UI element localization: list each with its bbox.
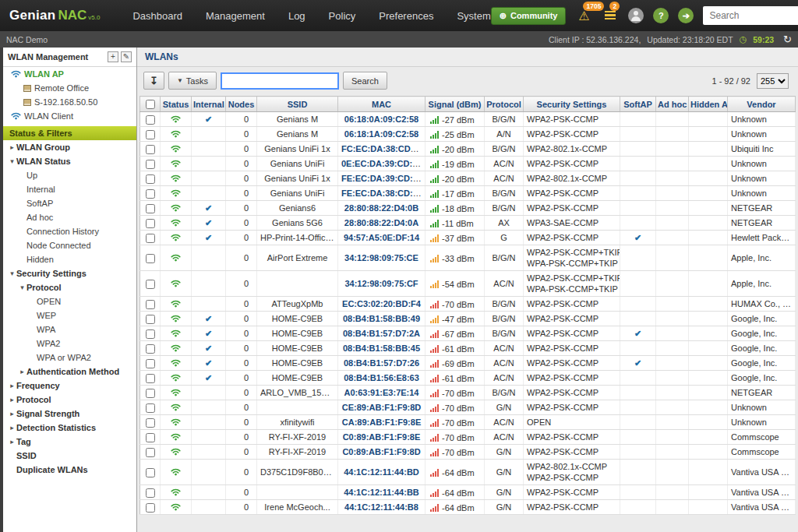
help-button[interactable]: ? (653, 8, 669, 23)
mac-link[interactable]: 28:80:88:22:D4:0A (344, 218, 418, 227)
mac-link[interactable]: 08:B4:B1:58:BB:45 (343, 344, 420, 353)
col-header-security-settings[interactable]: Security Settings (524, 97, 620, 112)
menu-management[interactable]: Management (206, 10, 265, 22)
col-header-ssid[interactable]: SSID (257, 97, 338, 112)
menu-log[interactable]: Log (288, 10, 305, 22)
logout-button[interactable]: ➔ (678, 8, 694, 23)
row-checkbox[interactable] (146, 204, 155, 213)
tasks-button[interactable]: ▼ Tasks (168, 72, 217, 90)
community-button[interactable]: ⊕ Community (491, 7, 567, 25)
filter-security-settings[interactable]: ▾Security Settings (3, 266, 136, 280)
filter-hidden[interactable]: Hidden (3, 252, 136, 266)
filter-wpa[interactable]: WPA (3, 322, 136, 336)
mac-link[interactable]: FC:EC:DA:38:CD:85 (341, 144, 423, 153)
col-header-signal-dbm[interactable]: Signal (dBm) (425, 97, 485, 112)
messages-button[interactable]: 2 (602, 9, 619, 23)
refresh-icon[interactable]: ↻ (783, 33, 792, 45)
row-checkbox[interactable] (146, 344, 155, 354)
row-checkbox[interactable] (146, 254, 155, 263)
row-checkbox[interactable] (146, 389, 155, 398)
mac-link[interactable]: C0:89:AB:F1:F9:8E (343, 432, 421, 442)
filter-node-connected[interactable]: Node Connected (3, 238, 136, 252)
filter-authentication-method[interactable]: ▸Authentication Method (3, 365, 136, 379)
collapse-icon[interactable]: ▾ (18, 284, 26, 291)
col-header-vendor[interactable]: Vendor (728, 97, 796, 112)
filter-open[interactable]: OPEN (3, 294, 136, 308)
row-checkbox[interactable] (146, 300, 155, 309)
table-search-input[interactable] (221, 72, 339, 90)
row-checkbox[interactable] (146, 115, 155, 125)
row-checkbox[interactable] (146, 145, 155, 154)
mac-link[interactable]: 08:B4:B1:57:D7:2A (343, 329, 420, 338)
filter-protocol[interactable]: ▸Protocol (3, 393, 136, 407)
row-checkbox[interactable] (146, 359, 155, 368)
filter-wpa2[interactable]: WPA2 (3, 336, 136, 351)
mac-link[interactable]: FE:EC:DA:38:CD:85 (341, 188, 422, 198)
col-header-ad-hoc[interactable]: Ad hoc (656, 97, 689, 112)
filter-protocol[interactable]: ▾Protocol (3, 280, 136, 294)
mac-link[interactable]: C0:89:AB:F1:F9:8D (342, 447, 420, 456)
filter-ad-hoc[interactable]: Ad hoc (3, 210, 136, 224)
filter-frequency[interactable]: ▸Frequency (3, 379, 136, 393)
col-header-nodes[interactable]: Nodes (226, 97, 257, 112)
row-checkbox[interactable] (146, 403, 155, 413)
filter-softap[interactable]: SoftAP (3, 196, 136, 210)
filter-connection-history[interactable]: Connection History (3, 224, 136, 238)
row-checkbox[interactable] (146, 174, 155, 184)
filter-wlan-status[interactable]: ▾WLAN Status (3, 154, 136, 168)
mac-link[interactable]: EC:C3:02:20:BD:F4 (342, 299, 421, 308)
col-header-softap[interactable]: SoftAP (620, 97, 656, 112)
global-search-input[interactable] (709, 10, 798, 21)
row-checkbox[interactable] (146, 374, 155, 383)
mac-link[interactable]: 34:12:98:09:75:CE (344, 253, 418, 262)
col-header-internal[interactable]: Internal (192, 97, 226, 112)
row-checkbox[interactable] (146, 468, 155, 477)
row-checkbox[interactable] (146, 418, 155, 428)
row-checkbox[interactable] (146, 130, 155, 139)
filter-internal[interactable]: Internal (3, 182, 136, 196)
col-header-hidden-ap[interactable]: Hidden AP (689, 97, 728, 112)
export-button[interactable]: ↧ (143, 72, 164, 90)
menu-policy[interactable]: Policy (329, 10, 356, 22)
expand-icon[interactable]: ▸ (8, 438, 16, 446)
mac-link[interactable]: 08:B4:B1:57:D7:26 (344, 358, 419, 368)
col-header-status[interactable]: Status (161, 97, 192, 112)
search-button[interactable]: Search (343, 72, 387, 90)
mac-link[interactable]: CA:89:AB:F1:F9:8E (342, 417, 421, 427)
mac-link[interactable]: 34:12:98:09:75:CF (344, 279, 418, 288)
collapse-icon[interactable]: ▾ (8, 270, 16, 277)
tree-item-wlan-ap[interactable]: WLAN AP (3, 67, 136, 81)
row-checkbox[interactable] (146, 160, 155, 169)
mac-link[interactable]: 44:1C:12:11:44:BB (344, 488, 419, 497)
expand-icon[interactable]: ▸ (8, 396, 16, 403)
mac-link[interactable]: 08:B4:B1:58:BB:49 (343, 314, 420, 323)
alerts-button[interactable]: ⚠ 1705 (575, 9, 592, 23)
row-checkbox[interactable] (146, 448, 155, 457)
expand-icon[interactable]: ▸ (8, 410, 16, 417)
row-checkbox[interactable] (146, 234, 155, 243)
page-size-select[interactable]: 255 (757, 73, 789, 89)
mac-link[interactable]: 08:B4:B1:56:E8:63 (344, 373, 419, 382)
filter-wpa-or-wpa2[interactable]: WPA or WPA2 (3, 351, 136, 365)
expand-icon[interactable]: ▸ (8, 382, 16, 389)
tree-item-s-192-168-50-50[interactable]: S-192.168.50.50 (3, 95, 136, 109)
row-checkbox[interactable] (146, 315, 155, 324)
col-header-protocol[interactable]: Protocol (485, 97, 524, 112)
expand-icon[interactable]: ▸ (8, 424, 16, 432)
mac-link[interactable]: 0E:EC:DA:39:CD:85 (341, 159, 422, 168)
row-checkbox[interactable] (146, 189, 155, 199)
menu-preferences[interactable]: Preferences (379, 10, 433, 22)
edit-group-button[interactable]: ✎ (121, 51, 132, 62)
row-checkbox[interactable] (146, 329, 155, 339)
app-logo[interactable]: Genian NAC v5.0 (9, 8, 100, 23)
tree-item-remote-office[interactable]: Remote Office (3, 81, 136, 95)
expand-icon[interactable]: ▸ (8, 143, 16, 151)
mac-link[interactable]: CE:89:AB:F1:F9:8D (342, 403, 421, 412)
row-checkbox[interactable] (146, 488, 155, 498)
mac-link[interactable]: 06:18:1A:09:C2:58 (344, 129, 418, 139)
filter-wlan-group[interactable]: ▸WLAN Group (3, 140, 136, 154)
mac-link[interactable]: 44:1C:12:11:44:BD (344, 467, 419, 477)
account-button[interactable] (628, 8, 644, 23)
filter-tag[interactable]: ▸Tag (3, 435, 136, 449)
row-checkbox[interactable] (146, 280, 155, 289)
